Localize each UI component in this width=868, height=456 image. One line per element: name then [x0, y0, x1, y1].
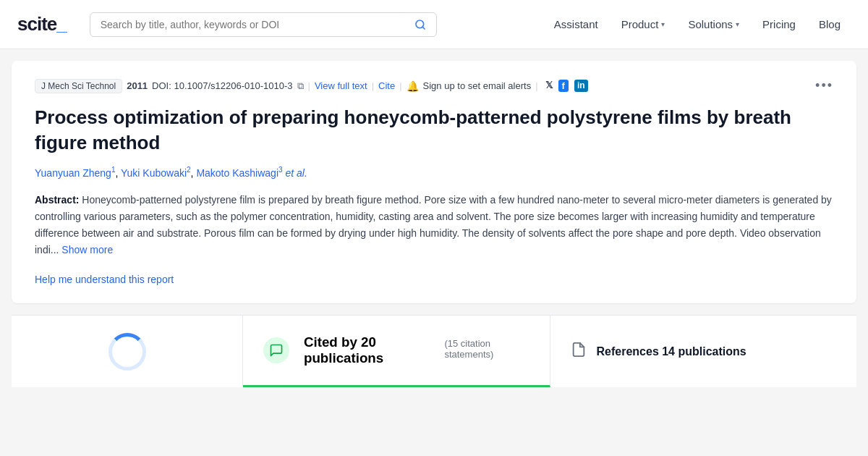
references-count: References 14 publications	[597, 345, 746, 358]
search-bar	[90, 12, 437, 37]
view-full-text-link[interactable]: View full text	[315, 80, 367, 91]
site-logo[interactable]: scite_	[17, 13, 67, 35]
authors-list: Yuanyuan Zheng1, Yuki Kubowaki2, Makoto …	[35, 166, 833, 179]
citation-chat-icon	[263, 337, 289, 363]
nav-product[interactable]: Product ▾	[611, 12, 676, 36]
cited-by-panel[interactable]: Cited by 20 publications (15 citation st…	[243, 316, 550, 387]
nav-pricing[interactable]: Pricing	[752, 12, 806, 36]
linkedin-icon[interactable]: in	[574, 80, 588, 92]
abstract-label: Abstract:	[35, 194, 79, 206]
bottom-stats: Cited by 20 publications (15 citation st…	[12, 315, 856, 387]
loading-spinner	[109, 333, 146, 371]
cite-link[interactable]: Cite	[378, 80, 395, 91]
article-card: J Mech Sci Technol 2011 DOI: 10.1007/s12…	[12, 61, 856, 303]
article-title: Process optimization of preparing honeyc…	[35, 105, 833, 156]
nav-solutions[interactable]: Solutions ▾	[678, 12, 749, 36]
article-year: 2011	[127, 80, 148, 91]
search-input[interactable]	[101, 19, 409, 30]
cited-by-count: Cited by 20 publications	[304, 334, 438, 366]
abstract-body: Honeycomb-patterned polystyrene film is …	[35, 194, 832, 256]
navbar: scite_ Assistant Product ▾ Solutions ▾ P…	[0, 0, 868, 49]
nav-blog[interactable]: Blog	[809, 12, 851, 36]
nav-assistant[interactable]: Assistant	[544, 12, 608, 36]
loader-panel	[12, 316, 243, 387]
solutions-chevron-icon: ▾	[736, 20, 739, 28]
author-2-link[interactable]: Yuki Kubowaki2	[121, 167, 191, 179]
main-nav: Assistant Product ▾ Solutions ▾ Pricing …	[544, 12, 851, 36]
article-meta: J Mech Sci Technol 2011 DOI: 10.1007/s12…	[35, 78, 833, 93]
social-share-icons: 𝕏 f in	[545, 80, 588, 92]
et-al-link[interactable]: et al.	[285, 167, 307, 179]
author-1-link[interactable]: Yuanyuan Zheng1	[35, 167, 115, 179]
cited-by-info: Cited by 20 publications (15 citation st…	[304, 334, 529, 366]
help-understand-link[interactable]: Help me understand this report	[35, 274, 174, 285]
alert-bell-icon: 🔔	[407, 80, 419, 92]
facebook-icon[interactable]: f	[558, 80, 569, 92]
journal-badge: J Mech Sci Technol	[35, 79, 122, 93]
alert-text: Sign up to set email alerts	[423, 80, 532, 91]
article-doi: DOI: 10.1007/s12206-010-1010-3	[152, 80, 292, 91]
citation-statements: (15 citation statements)	[444, 338, 529, 360]
document-icon	[571, 342, 587, 362]
search-icon	[414, 19, 426, 30]
copy-doi-icon[interactable]: ⧉	[297, 80, 304, 92]
abstract-text: Abstract: Honeycomb-patterned polystyren…	[35, 192, 833, 258]
more-options-icon[interactable]: •••	[815, 78, 833, 93]
product-chevron-icon: ▾	[661, 20, 665, 28]
references-panel[interactable]: References 14 publications	[550, 316, 857, 387]
svg-line-1	[422, 27, 425, 29]
show-more-link[interactable]: Show more	[61, 244, 113, 256]
author-3-link[interactable]: Makoto Kashiwagi3	[196, 167, 282, 179]
twitter-icon[interactable]: 𝕏	[545, 80, 553, 92]
